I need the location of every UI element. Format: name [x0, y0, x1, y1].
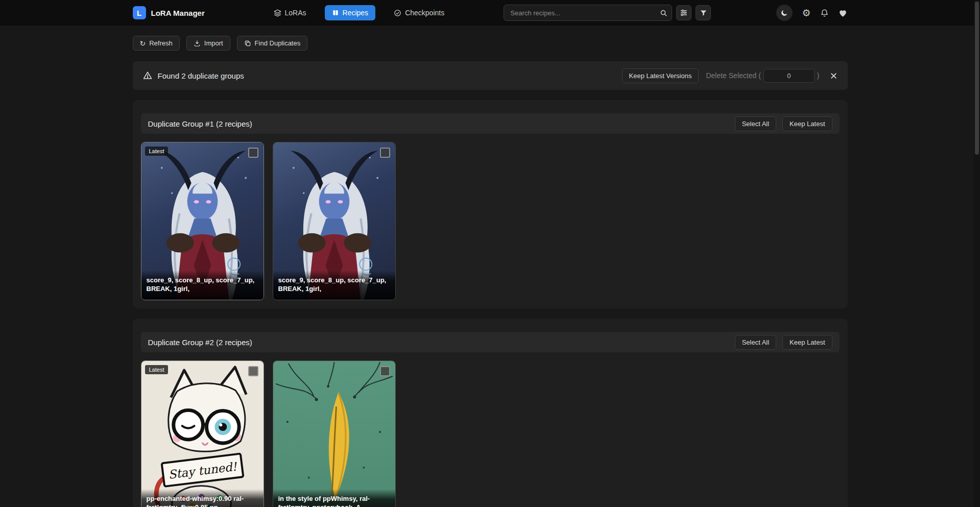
- recipe-card[interactable]: Stay tuned! Latest pp-enchanted-whimsy:0…: [141, 360, 264, 507]
- recipe-image-whimsical-cat: Stay tuned!: [141, 361, 264, 507]
- recipe-image-yellow-feather: [273, 361, 395, 507]
- search-icon[interactable]: [657, 7, 670, 19]
- tab-loras[interactable]: LoRAs: [269, 6, 312, 20]
- brand: L LoRA Manager: [133, 6, 250, 19]
- group-1-select-all-button[interactable]: Select All: [735, 116, 776, 131]
- delete-selected-prefix: Delete Selected (: [706, 71, 760, 80]
- select-all-label: Select All: [742, 120, 769, 128]
- group-2-cards: Stay tuned! Latest pp-enchanted-whimsy:0…: [141, 360, 840, 507]
- card-caption: score_9, score_8_up, score_7_up, BREAK, …: [273, 271, 395, 300]
- delete-selected-control: Delete Selected ( ): [706, 69, 819, 83]
- group-2-select-all-button[interactable]: Select All: [735, 335, 776, 350]
- card-checkbox[interactable]: [248, 148, 258, 158]
- alert-message: Found 2 duplicate groups: [158, 71, 244, 80]
- group-1-header: Duplicate Group #1 (2 recipes) Select Al…: [141, 113, 840, 134]
- nav-right-icons: ⚙: [776, 5, 847, 21]
- group-1-cards: Latest score_9, score_8_up, score_7_up, …: [141, 142, 840, 300]
- duplicates-icon: [244, 40, 251, 47]
- duplicate-group-1-panel: Duplicate Group #1 (2 recipes) Select Al…: [133, 100, 848, 308]
- keep-latest-versions-button[interactable]: Keep Latest Versions: [622, 68, 699, 83]
- import-label: Import: [204, 39, 223, 47]
- tab-recipes-label: Recipes: [343, 9, 369, 17]
- tab-loras-label: LoRAs: [285, 9, 306, 17]
- filter-funnel-icon[interactable]: [696, 5, 711, 20]
- tab-checkpoints-label: Checkpoints: [405, 9, 444, 17]
- search-area: [504, 5, 711, 21]
- group-1-keep-latest-button[interactable]: Keep Latest: [782, 116, 832, 131]
- latest-badge: Latest: [145, 147, 169, 156]
- duplicates-alert-banner: Found 2 duplicate groups Keep Latest Ver…: [133, 61, 848, 90]
- app-logo: L: [133, 6, 146, 19]
- book-icon: [332, 9, 339, 16]
- layers-icon: [274, 9, 281, 17]
- card-checkbox[interactable]: [380, 366, 390, 376]
- notifications-bell-icon[interactable]: [820, 9, 829, 17]
- close-icon[interactable]: [830, 72, 838, 80]
- find-duplicates-label: Find Duplicates: [255, 39, 301, 47]
- group-2-header: Duplicate Group #2 (2 recipes) Select Al…: [141, 332, 840, 352]
- recipe-card[interactable]: in the style of ppWhimsy, ral-frctlgmtry…: [273, 360, 396, 507]
- delete-count-input[interactable]: [763, 69, 815, 83]
- favorites-heart-icon[interactable]: [838, 8, 848, 18]
- import-icon: [194, 40, 201, 47]
- check-circle-icon: [394, 9, 401, 17]
- find-duplicates-button[interactable]: Find Duplicates: [237, 36, 308, 51]
- settings-gear-icon[interactable]: ⚙: [802, 8, 810, 18]
- delete-selected-suffix: ): [817, 71, 820, 80]
- group-2-title: Duplicate Group #2 (2 recipes): [148, 338, 252, 347]
- card-caption: pp-enchanted-whimsy:0.90 ral-frctlgmtry_…: [141, 489, 264, 507]
- refresh-icon: ↻: [140, 40, 146, 47]
- group-2-keep-latest-button[interactable]: Keep Latest: [782, 335, 832, 350]
- scrollbar-thumb[interactable]: [975, 2, 979, 155]
- recipe-card[interactable]: Latest score_9, score_8_up, score_7_up, …: [141, 142, 264, 300]
- theme-moon-icon[interactable]: [776, 5, 793, 21]
- tab-recipes[interactable]: Recipes: [325, 5, 376, 20]
- keep-latest-label: Keep Latest: [790, 120, 825, 128]
- warning-icon: [143, 71, 152, 80]
- search-input[interactable]: [504, 5, 672, 21]
- refresh-label: Refresh: [149, 39, 173, 47]
- card-caption: in the style of ppWhimsy, ral-frctlgmtry…: [273, 489, 395, 507]
- import-button[interactable]: Import: [186, 36, 230, 51]
- keep-latest-versions-label: Keep Latest Versions: [629, 72, 692, 80]
- select-all-label: Select All: [742, 339, 769, 346]
- tab-checkpoints[interactable]: Checkpoints: [389, 6, 449, 20]
- duplicate-group-2-panel: Duplicate Group #2 (2 recipes) Select Al…: [133, 319, 848, 507]
- card-checkbox[interactable]: [248, 366, 258, 376]
- card-checkbox[interactable]: [380, 148, 390, 158]
- latest-badge: Latest: [145, 365, 169, 374]
- scrollbar-track[interactable]: [974, 0, 980, 507]
- toolbar: ↻ Refresh Import Find Duplicates: [133, 36, 848, 51]
- app-title: LoRA Manager: [151, 9, 205, 17]
- nav-tabs: LoRAs Recipes Checkpoints: [269, 5, 450, 20]
- group-1-title: Duplicate Group #1 (2 recipes): [148, 119, 252, 128]
- refresh-button[interactable]: ↻ Refresh: [133, 36, 180, 51]
- card-caption: score_9, score_8_up, score_7_up, BREAK, …: [141, 271, 264, 300]
- top-nav: L LoRA Manager LoRAs Recipes Checkpoi: [0, 0, 980, 26]
- recipe-card[interactable]: score_9, score_8_up, score_7_up, BREAK, …: [273, 142, 396, 300]
- sliders-icon[interactable]: [676, 5, 691, 20]
- keep-latest-label: Keep Latest: [790, 339, 825, 346]
